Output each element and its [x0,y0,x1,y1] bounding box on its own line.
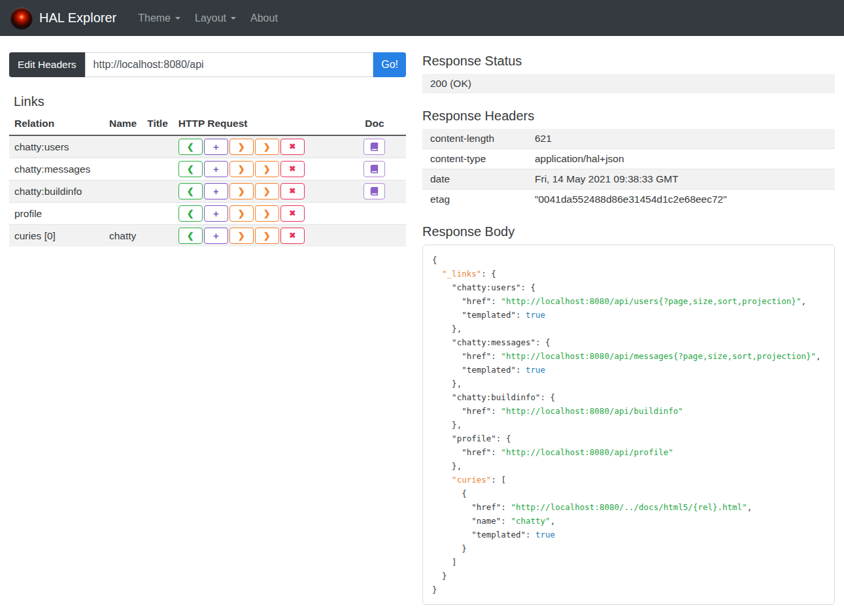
response-status-table: 200 (OK) [422,74,835,94]
table-row: dateFri, 14 May 2021 09:38:33 GMT [422,169,835,190]
brand[interactable]: HAL Explorer [10,7,116,29]
go-button[interactable]: Go! [373,52,406,77]
nav-item-theme[interactable]: Theme [131,12,188,24]
http-request-cell: ❮+❯❯✖ [173,135,343,158]
name-cell [104,180,142,203]
address-bar: Edit Headers Go! [9,52,406,77]
doc-button[interactable] [363,139,385,155]
get-request-button[interactable]: ❮ [178,139,203,155]
header-name-cell: date [422,169,527,190]
table-row: chatty:buildinfo❮+❯❯✖ [9,180,406,203]
put-request-button[interactable]: ❯ [229,205,254,222]
header-name-cell: content-length [422,129,527,149]
nav-item-layout-label: Layout [195,12,226,24]
book-icon [370,165,379,173]
nav-menu: Theme Layout About [131,12,285,24]
header-name-cell: content-type [422,149,527,169]
post-request-button[interactable]: + [204,139,228,155]
column-header-http-request: HTTP Request [173,114,343,135]
delete-request-button[interactable]: ✖ [280,183,305,199]
book-icon [370,143,379,151]
nav-item-layout[interactable]: Layout [188,12,243,24]
links-table-header-row: Relation Name Title HTTP Request Doc [9,114,406,135]
main-content: Edit Headers Go! Links Relation Name Tit… [0,36,844,616]
title-cell [142,180,173,203]
column-header-doc: Doc [343,114,406,135]
name-cell: chatty [104,225,142,247]
chevron-down-icon [231,17,236,20]
get-request-button[interactable]: ❮ [178,228,203,244]
http-request-cell: ❮+❯❯✖ [173,225,343,247]
table-row: chatty:messages❮+❯❯✖ [9,158,406,180]
post-request-button[interactable]: + [204,161,228,177]
patch-request-button[interactable]: ❯ [255,205,279,222]
http-request-cell: ❮+❯❯✖ [173,203,343,225]
chevron-down-icon [175,17,180,20]
relation-cell: profile [9,203,104,225]
response-status-title: Response Status [422,54,835,68]
get-request-button[interactable]: ❮ [178,205,203,222]
delete-request-button[interactable]: ✖ [280,205,305,222]
table-row: etag"0041da552488d86e31454d1c2e68eec72" [422,190,835,210]
links-table-body: chatty:users❮+❯❯✖chatty:messages❮+❯❯✖cha… [9,135,406,247]
patch-request-button[interactable]: ❯ [255,228,279,244]
links-title: Links [14,94,406,109]
nav-item-about[interactable]: About [243,12,285,24]
header-name-cell: etag [422,190,527,210]
patch-request-button[interactable]: ❯ [255,183,279,199]
response-headers-body: content-length621content-typeapplication… [422,129,835,209]
doc-cell [343,225,406,247]
put-request-button[interactable]: ❯ [229,139,254,155]
table-row: content-typeapplication/hal+json [422,149,835,169]
relation-cell: chatty:buildinfo [9,180,104,203]
doc-button[interactable] [363,183,385,199]
doc-button[interactable] [363,161,385,177]
delete-request-button[interactable]: ✖ [280,228,305,244]
delete-request-button[interactable]: ✖ [280,139,305,155]
patch-request-button[interactable]: ❯ [255,139,279,155]
navbar: HAL Explorer Theme Layout About [0,0,844,36]
post-request-button[interactable]: + [204,228,228,244]
table-row: chatty:users❮+❯❯✖ [9,135,406,158]
table-row: content-length621 [422,129,835,149]
put-request-button[interactable]: ❯ [229,183,254,199]
column-header-title: Title [142,114,173,135]
header-value-cell: 621 [527,129,835,149]
table-row: curies [0]chatty❮+❯❯✖ [9,225,406,247]
table-row: profile❮+❯❯✖ [9,203,406,225]
name-cell [104,158,142,180]
name-cell [104,135,142,158]
column-header-name: Name [104,114,142,135]
header-value-cell: application/hal+json [527,149,835,169]
response-headers-table: content-length621content-typeapplication… [422,129,835,209]
http-request-cell: ❮+❯❯✖ [173,158,343,180]
hal-eye-icon [10,7,33,29]
url-input[interactable] [85,52,374,77]
doc-cell [343,135,406,158]
relation-cell: curies [0] [9,225,104,247]
title-cell [142,158,173,180]
book-icon [370,187,379,196]
delete-request-button[interactable]: ✖ [280,161,305,177]
get-request-button[interactable]: ❮ [178,183,203,199]
response-body-title: Response Body [422,224,835,239]
name-cell [104,203,142,225]
links-table: Relation Name Title HTTP Request Doc cha… [9,114,406,247]
get-request-button[interactable]: ❮ [178,161,203,177]
put-request-button[interactable]: ❯ [229,161,254,177]
relation-cell: chatty:messages [9,158,104,180]
title-cell [142,135,173,158]
column-header-relation: Relation [9,114,104,135]
doc-cell [343,203,406,225]
response-body-json: { "_links": { "chatty:users": { "href": … [432,253,825,596]
post-request-button[interactable]: + [204,183,228,199]
nav-item-theme-label: Theme [138,12,171,24]
relation-cell: chatty:users [9,135,104,158]
title-cell [142,203,173,225]
right-panel: Response Status 200 (OK) Response Header… [422,52,835,605]
patch-request-button[interactable]: ❯ [255,161,279,177]
post-request-button[interactable]: + [204,205,228,222]
table-row: 200 (OK) [422,74,835,94]
edit-headers-button[interactable]: Edit Headers [9,52,85,77]
put-request-button[interactable]: ❯ [229,228,254,244]
